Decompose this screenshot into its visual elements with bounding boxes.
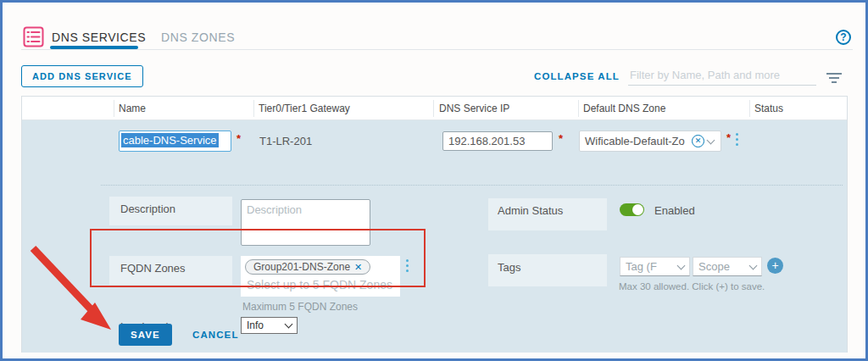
admin-status-value: Enabled — [654, 204, 695, 217]
header-divider — [21, 49, 853, 50]
clear-zone-icon[interactable]: ✕ — [692, 135, 704, 147]
tags-label: Tags — [498, 261, 520, 274]
log-level-chevron-down-icon — [285, 320, 293, 329]
dns-service-ip-input[interactable] — [442, 131, 553, 151]
dns-services-table: Name Tier0/Tier1 Gateway DNS Service IP … — [21, 96, 848, 353]
tab-dns-zones[interactable]: DNS ZONES — [161, 31, 235, 44]
tags-hint: Max 30 allowed. Click (+) to save. — [619, 281, 765, 292]
table-header-row: Name Tier0/Tier1 Gateway DNS Service IP … — [22, 97, 847, 120]
filter-input[interactable] — [628, 67, 816, 86]
app-window: DNS SERVICES DNS ZONES ? ADD DNS SERVICE… — [0, 0, 868, 361]
row-more-menu-icon[interactable] — [736, 133, 738, 146]
admin-status-label: Admin Status — [498, 204, 563, 217]
col-header-default-zone: Default DNS Zone — [583, 103, 665, 114]
zone-required-marker: * — [726, 131, 731, 144]
name-input-selected-text: cable-DNS-Service — [121, 133, 219, 147]
annotation-arrow-to-save — [19, 238, 130, 344]
help-icon[interactable]: ? — [836, 30, 851, 45]
col-header-name: Name — [119, 103, 146, 114]
fqdn-zones-hint: Maximum 5 FQDN Zones — [242, 301, 358, 313]
gateway-value: T1-LR-201 — [259, 135, 312, 147]
scope-select[interactable]: Scope — [693, 257, 762, 276]
cancel-button[interactable]: CANCEL — [192, 330, 239, 340]
scope-chevron-down-icon — [749, 261, 758, 269]
name-required-marker: * — [236, 132, 241, 145]
annotation-rect-fqdn-zones — [90, 229, 426, 287]
filter-icon[interactable] — [826, 70, 843, 86]
admin-status-toggle[interactable] — [620, 203, 644, 216]
log-level-value: Info — [247, 319, 264, 331]
tag-select-placeholder: Tag (F — [626, 260, 657, 273]
default-dns-zone-value: Wificable-Default-Zo — [580, 135, 692, 147]
col-header-gateway: Tier0/Tier1 Gateway — [259, 103, 350, 114]
default-dns-zone-combobox[interactable]: Wificable-Default-Zo ✕ — [579, 131, 721, 152]
name-input[interactable]: cable-DNS-Service — [119, 131, 231, 152]
ip-required-marker: * — [559, 132, 563, 145]
add-tag-button[interactable]: + — [767, 258, 783, 274]
dns-service-icon — [23, 26, 44, 47]
collapse-all-link[interactable]: COLLAPSE ALL — [534, 71, 620, 81]
tag-select[interactable]: Tag (F — [620, 257, 690, 276]
col-header-service-ip: DNS Service IP — [439, 103, 509, 114]
description-label: Description — [120, 203, 175, 215]
zone-chevron-down-icon[interactable] — [707, 136, 715, 145]
add-dns-service-button[interactable]: ADD DNS SERVICE — [21, 65, 143, 87]
log-level-select[interactable]: Info — [241, 317, 298, 334]
scope-select-placeholder: Scope — [698, 260, 730, 273]
tag-chevron-down-icon — [677, 261, 686, 269]
tab-dns-services[interactable]: DNS SERVICES — [52, 31, 146, 44]
col-header-status: Status — [754, 103, 783, 114]
row-divider — [101, 185, 843, 186]
